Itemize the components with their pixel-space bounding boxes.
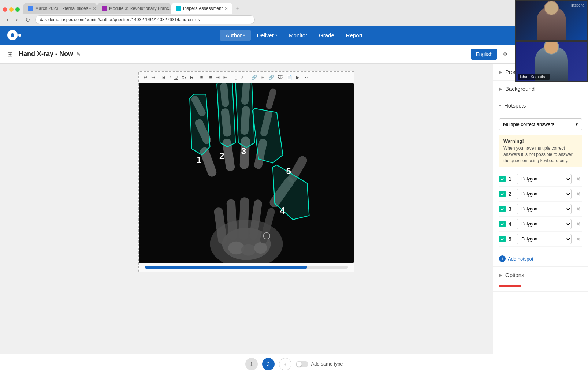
hotspot-polygon-1[interactable] [190, 94, 210, 155]
browser-tab-march[interactable]: March 2023 External slides - × [23, 3, 97, 14]
strikethrough-btn[interactable]: S [189, 74, 195, 81]
grid-icon[interactable]: ⊞ [7, 50, 13, 58]
background-section-header[interactable]: ▶ Background [493, 81, 588, 97]
hotspot-num-1: 1 [509, 176, 514, 182]
indent-btn[interactable]: ⇥ [214, 74, 221, 81]
tab-label-inspera: Inspera Assessment [183, 6, 223, 11]
list-ordered-btn[interactable]: 1≡ [205, 74, 213, 81]
edit-pencil-icon[interactable]: ✎ [76, 51, 81, 57]
logo-icon [7, 30, 18, 40]
hotspot-delete-1[interactable]: ✕ [574, 175, 582, 183]
hotspot-type-select-4[interactable]: Polygon Rectangle Circle [517, 219, 572, 229]
subscript-btn[interactable]: X₂ [180, 74, 188, 81]
add-same-type-toggle[interactable] [296, 361, 308, 367]
inspera-label-1: inspera [571, 3, 584, 7]
hotspot-checkbox-1[interactable] [499, 176, 506, 182]
page-2-button[interactable]: 2 [262, 358, 275, 370]
maximize-window-btn[interactable] [15, 7, 20, 12]
more-btn[interactable]: ⋯ [302, 74, 309, 81]
hotspot-num-5: 5 [509, 236, 514, 242]
nav-monitor[interactable]: Monitor [283, 30, 313, 41]
hotspot-type-select-2[interactable]: Polygon Rectangle Circle [517, 189, 572, 199]
browser-tab-module[interactable]: Module 3: Revolutionary Franc... × [97, 3, 171, 14]
underline-btn[interactable]: U [173, 74, 179, 81]
image-btn[interactable]: 🖼 [276, 74, 284, 81]
page-1-button[interactable]: 1 [245, 358, 258, 370]
hotspot-type-select-5[interactable]: Polygon Rectangle Circle [517, 234, 572, 244]
options-indicator-bar [499, 285, 521, 287]
warning-title: Warning! [503, 138, 578, 144]
app-logo [7, 30, 21, 40]
redo-editor-btn[interactable]: ↪ [150, 74, 157, 81]
hotspot-type-select-1[interactable]: Polygon Rectangle Circle [517, 174, 572, 184]
browser-tab-inspera[interactable]: Inspera Assessment × [171, 3, 232, 14]
video-overlays: inspera ishan Kolhatkar [515, 0, 588, 82]
hotspot-row-5: 5 Polygon Rectangle Circle ✕ [499, 232, 582, 247]
author-chevron-icon: ▾ [243, 33, 245, 37]
deliver-chevron-icon: ▾ [275, 33, 277, 37]
right-panel: ▶ Prompt ▶ Background ▾ Hotspots Multipl… [493, 64, 588, 354]
xray-image-canvas[interactable]: 1 2 3 5 4 [139, 83, 354, 263]
refresh-button[interactable]: ↻ [23, 16, 32, 24]
add-hotspot-button[interactable]: + Add hotspot [493, 251, 588, 266]
brackets-btn[interactable]: () [233, 74, 239, 81]
link-btn[interactable]: 🔗 [250, 74, 258, 81]
scrollbar-thumb[interactable] [145, 266, 307, 269]
tab-close-march[interactable]: × [93, 5, 96, 11]
language-button[interactable]: English [471, 49, 497, 60]
hotspot-checkbox-4[interactable] [499, 221, 506, 227]
hotspot-checkbox-3[interactable] [499, 206, 506, 212]
nav-deliver[interactable]: Deliver ▾ [251, 30, 283, 41]
hotspot-delete-3[interactable]: ✕ [574, 205, 582, 213]
hotspot-checkbox-2[interactable] [499, 191, 506, 197]
hotspot-polygon-3[interactable] [235, 83, 254, 147]
hotspot-polygon-2[interactable] [217, 83, 235, 147]
options-section-header[interactable]: ▶ Options [493, 267, 588, 283]
svg-point-5 [254, 242, 267, 254]
new-tab-button[interactable]: + [233, 3, 243, 14]
minimize-window-btn[interactable] [9, 7, 14, 12]
hotspot-checkbox-5[interactable] [499, 236, 506, 242]
hotspot-delete-2[interactable]: ✕ [574, 190, 582, 198]
undo-editor-btn[interactable]: ↩ [142, 74, 149, 81]
options-chevron-icon: ▶ [499, 273, 502, 278]
bold-btn[interactable]: B [161, 74, 167, 81]
back-button[interactable]: ‹ [4, 16, 11, 24]
editor-container: ↩ ↪ B I U X₂ S ≡ 1≡ ⇥ ⇤ () Σ 🔗 ⊞ 🔗 [138, 71, 354, 272]
prompt-chevron-icon: ▶ [499, 70, 502, 75]
address-bar[interactable]: das-demo.inspera.com/admin#author/questi… [35, 15, 255, 24]
table-btn[interactable]: ⊞ [259, 74, 266, 81]
hotspot-type-dropdown[interactable]: Multiple correct answers ▾ [499, 118, 582, 130]
hotspots-section-header[interactable]: ▾ Hotspots [493, 97, 588, 114]
doc-btn[interactable]: 📄 [285, 74, 294, 81]
hyperlink-btn[interactable]: 🔗 [267, 74, 276, 81]
sigma-btn[interactable]: Σ [240, 74, 246, 81]
video-person2: ishan Kolhatkar [515, 41, 588, 82]
hotspot-row-2: 2 Polygon Rectangle Circle ✕ [499, 187, 582, 202]
hotspot-delete-5[interactable]: ✕ [574, 235, 582, 243]
nav-author[interactable]: Author ▾ [220, 30, 251, 41]
outdent-btn[interactable]: ⇤ [222, 74, 229, 81]
video-btn[interactable]: ▶ [294, 74, 301, 81]
xray-svg: 1 2 3 5 4 [139, 83, 354, 263]
tab-icon-inspera [176, 6, 181, 11]
nav-report[interactable]: Report [340, 30, 368, 41]
hotspot-type-select-3[interactable]: Polygon Rectangle Circle [517, 204, 572, 214]
scrollbar-container [139, 263, 354, 272]
browser-addressbar: ‹ › ↻ das-demo.inspera.com/admin#author/… [0, 14, 588, 26]
person2-name-label: ishan Kolhatkar [518, 74, 550, 80]
tab-close-inspera[interactable]: × [225, 5, 228, 11]
add-page-button[interactable]: + [279, 358, 291, 370]
hotspot-delete-4[interactable]: ✕ [574, 220, 582, 228]
list-btn[interactable]: ≡ [199, 74, 205, 81]
nav-grade[interactable]: Grade [313, 30, 340, 41]
options-section: ▶ Options [493, 267, 588, 292]
close-window-btn[interactable] [3, 7, 7, 12]
horizontal-scrollbar[interactable] [145, 266, 348, 269]
hotspot-row-3: 3 Polygon Rectangle Circle ✕ [499, 202, 582, 217]
warning-text: When you have multiple correct answers i… [503, 145, 578, 164]
italic-btn[interactable]: I [168, 74, 172, 81]
logo-dot2 [18, 34, 21, 37]
settings-icon[interactable]: ⚙ [502, 51, 509, 57]
forward-button[interactable]: › [14, 16, 20, 24]
